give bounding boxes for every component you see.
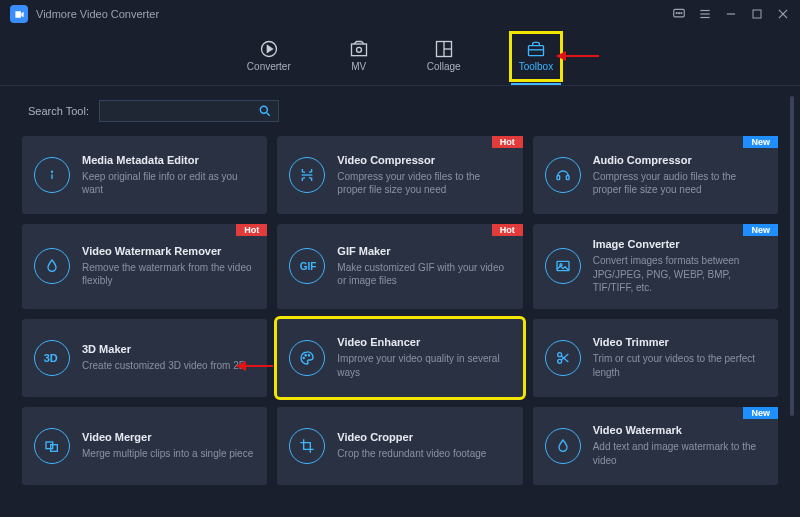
tool-video-watermark[interactable]: Video WatermarkAdd text and image waterm… bbox=[533, 407, 778, 485]
svg-point-2 bbox=[679, 13, 680, 14]
svg-rect-8 bbox=[753, 10, 761, 18]
badge-new: New bbox=[743, 407, 778, 419]
badge-new: New bbox=[743, 136, 778, 148]
svg-rect-18 bbox=[528, 46, 543, 56]
tool-title: Video Watermark Remover bbox=[82, 245, 253, 257]
svg-point-35 bbox=[557, 359, 561, 363]
tool-desc: Trim or cut your videos to the perfect l… bbox=[593, 352, 764, 379]
tool-title: Video Cropper bbox=[337, 431, 508, 443]
tool-desc: Add text and image watermark to the vide… bbox=[593, 440, 764, 467]
app-title: Vidmore Video Converter bbox=[36, 8, 159, 20]
tool-video-cropper[interactable]: Video CropperCrop the redundant video fo… bbox=[277, 407, 522, 485]
tab-collage[interactable]: Collage bbox=[421, 35, 467, 78]
svg-point-1 bbox=[676, 13, 677, 14]
svg-point-31 bbox=[303, 357, 304, 358]
tool-video-watermark-remover[interactable]: Video Watermark RemoverRemove the waterm… bbox=[22, 224, 267, 309]
svg-line-21 bbox=[267, 113, 270, 116]
tool-desc: Improve your video quality in several wa… bbox=[337, 352, 508, 379]
tool-desc: Remove the watermark from the video flex… bbox=[82, 261, 253, 288]
scrollbar[interactable] bbox=[790, 96, 794, 416]
tool-video-merger[interactable]: Video MergerMerge multiple clips into a … bbox=[22, 407, 267, 485]
tool-video-compressor[interactable]: Video CompressorCompress your video file… bbox=[277, 136, 522, 214]
tool-title: Video Enhancer bbox=[337, 336, 508, 348]
tool-desc: Merge multiple clips into a single piece bbox=[82, 447, 253, 461]
search-label: Search Tool: bbox=[28, 105, 89, 117]
tab-toolbox[interactable]: Toolbox bbox=[513, 35, 559, 78]
tab-label: MV bbox=[351, 61, 366, 72]
info-icon bbox=[34, 157, 70, 193]
audio-icon bbox=[545, 157, 581, 193]
tool-desc: Compress your audio files to the proper … bbox=[593, 170, 764, 197]
svg-text:GIF: GIF bbox=[300, 261, 317, 272]
drop-icon bbox=[34, 248, 70, 284]
minimize-icon[interactable] bbox=[724, 7, 738, 21]
svg-point-20 bbox=[260, 106, 267, 113]
svg-text:3D: 3D bbox=[44, 351, 58, 363]
tool-title: Video Compressor bbox=[337, 154, 508, 166]
svg-point-33 bbox=[309, 354, 310, 355]
svg-rect-25 bbox=[557, 176, 560, 180]
svg-point-34 bbox=[557, 352, 561, 356]
tool-desc: Create customized 3D video from 2D bbox=[82, 359, 253, 373]
feedback-icon[interactable] bbox=[672, 7, 686, 21]
toolbox-icon bbox=[526, 39, 546, 59]
svg-point-14 bbox=[356, 47, 361, 52]
tool-video-enhancer[interactable]: Video EnhancerImprove your video quality… bbox=[277, 319, 522, 397]
app-logo-icon bbox=[10, 5, 28, 23]
merge-icon bbox=[34, 428, 70, 464]
maximize-icon[interactable] bbox=[750, 7, 764, 21]
tab-mv[interactable]: MV bbox=[343, 35, 375, 78]
tool-desc: Keep original file info or edit as you w… bbox=[82, 170, 253, 197]
tool-image-converter[interactable]: Image ConverterConvert images formats be… bbox=[533, 224, 778, 309]
tab-label: Toolbox bbox=[519, 61, 553, 72]
badge-hot: Hot bbox=[236, 224, 267, 236]
svg-rect-13 bbox=[351, 44, 366, 56]
tab-label: Converter bbox=[247, 61, 291, 72]
tab-label: Collage bbox=[427, 61, 461, 72]
tools-grid: Media Metadata EditorKeep original file … bbox=[22, 136, 778, 485]
tool-title: Media Metadata Editor bbox=[82, 154, 253, 166]
scissors-icon bbox=[545, 340, 581, 376]
svg-point-32 bbox=[305, 354, 306, 355]
tool-title: Video Merger bbox=[82, 431, 253, 443]
badge-new: New bbox=[743, 224, 778, 236]
drop-icon bbox=[545, 428, 581, 464]
mv-icon bbox=[349, 39, 369, 59]
search-input[interactable] bbox=[106, 105, 258, 117]
compress-icon bbox=[289, 157, 325, 193]
3d-icon: 3D bbox=[34, 340, 70, 376]
tool-3d-maker[interactable]: 3D3D MakerCreate customized 3D video fro… bbox=[22, 319, 267, 397]
arrow-to-toolbox bbox=[557, 55, 599, 57]
close-icon[interactable] bbox=[776, 7, 790, 21]
tool-media-metadata-editor[interactable]: Media Metadata EditorKeep original file … bbox=[22, 136, 267, 214]
search-icon[interactable] bbox=[258, 104, 272, 118]
palette-icon bbox=[289, 340, 325, 376]
tool-title: 3D Maker bbox=[82, 343, 253, 355]
arrow-to-video-enhancer bbox=[237, 365, 273, 367]
tool-desc: Crop the redundant video footage bbox=[337, 447, 508, 461]
svg-rect-26 bbox=[566, 176, 569, 180]
svg-marker-12 bbox=[267, 46, 272, 53]
tab-converter[interactable]: Converter bbox=[241, 35, 297, 78]
tool-audio-compressor[interactable]: Audio CompressorCompress your audio file… bbox=[533, 136, 778, 214]
badge-hot: Hot bbox=[492, 224, 523, 236]
tool-video-trimmer[interactable]: Video TrimmerTrim or cut your videos to … bbox=[533, 319, 778, 397]
menu-icon[interactable] bbox=[698, 7, 712, 21]
titlebar: Vidmore Video Converter bbox=[0, 0, 800, 28]
collage-icon bbox=[434, 39, 454, 59]
image-icon bbox=[545, 248, 581, 284]
svg-point-3 bbox=[681, 13, 682, 14]
converter-icon bbox=[259, 39, 279, 59]
tool-desc: Compress your video files to the proper … bbox=[337, 170, 508, 197]
tool-gif-maker[interactable]: GIFGIF MakerMake customized GIF with you… bbox=[277, 224, 522, 309]
tool-desc: Convert images formats between JPG/JPEG,… bbox=[593, 254, 764, 295]
tool-title: Video Trimmer bbox=[593, 336, 764, 348]
svg-point-22 bbox=[51, 171, 52, 172]
tool-desc: Make customized GIF with your video or i… bbox=[337, 261, 508, 288]
crop-icon bbox=[289, 428, 325, 464]
tool-title: Audio Compressor bbox=[593, 154, 764, 166]
search-box[interactable] bbox=[99, 100, 279, 122]
tool-title: Video Watermark bbox=[593, 424, 764, 436]
main-nav: ConverterMVCollageToolbox bbox=[0, 28, 800, 86]
badge-hot: Hot bbox=[492, 136, 523, 148]
